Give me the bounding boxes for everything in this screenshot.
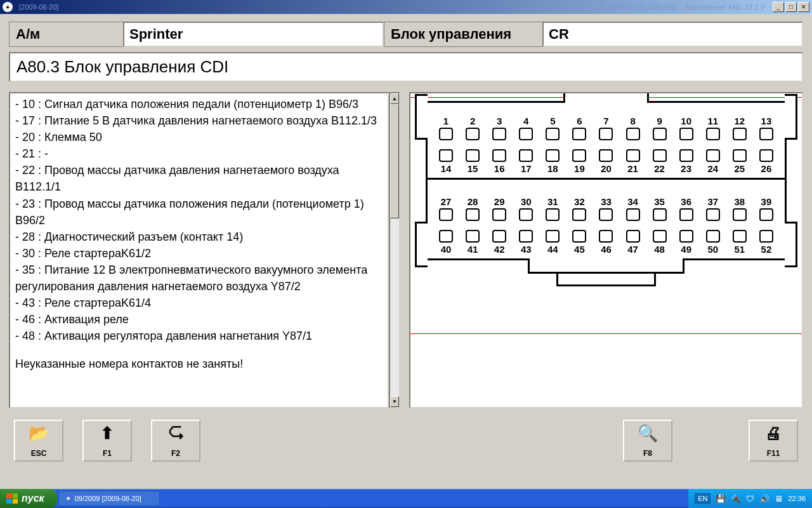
connector-pin: 2: [462, 116, 483, 140]
pin-list-item[interactable]: - 30 : Реле стартераK61/2: [15, 245, 383, 262]
fin-label: FIN : 9036221R143961000: [594, 3, 678, 11]
minimize-button[interactable]: _: [773, 2, 784, 12]
connector-pin: 26: [756, 149, 777, 174]
pin-list-item[interactable]: - 43 : Реле стартераK61/4: [15, 295, 383, 311]
connector-pin: 39: [756, 196, 777, 221]
scroll-track[interactable]: [390, 104, 399, 396]
window-titlebar: ✦ [2009-08-20] FIN : 9036221R143961000 Н…: [0, 0, 812, 14]
magnifier-icon: 🔍: [638, 425, 658, 441]
ecu-field[interactable]: CR: [542, 22, 803, 47]
windows-logo-icon: [6, 493, 18, 504]
tray-icon[interactable]: 💾: [716, 494, 726, 504]
tray-icon[interactable]: 🖥: [775, 494, 783, 504]
start-button[interactable]: пуск: [0, 489, 57, 508]
pin-list-item[interactable]: - 46 : Активация реле: [15, 311, 383, 328]
connector-pin: 45: [568, 230, 590, 255]
connector-pin: 3: [488, 116, 510, 140]
tray-icon[interactable]: 🛡: [746, 494, 754, 504]
connector-pin: 34: [622, 196, 644, 221]
pin-list-item[interactable]: - 28 : Диагностический разъем (контакт 1…: [15, 229, 383, 245]
connector-pin: 12: [729, 116, 750, 140]
connector-pin: 46: [595, 230, 617, 255]
scroll-down-button[interactable]: ▼: [390, 396, 399, 407]
pin-list-item[interactable]: - 48 : Активация регулятора давления наг…: [15, 328, 383, 344]
connector-pin: 41: [462, 230, 483, 255]
pin-list-item[interactable]: - 22 : Провод массы датчика давления наг…: [15, 162, 383, 195]
system-tray: EN 💾 🔌 🛡 🔊 🖥 22:36: [688, 489, 812, 508]
connector-pin: 1: [435, 116, 457, 140]
connector-pin: 25: [729, 149, 750, 174]
vehicle-field[interactable]: Sprinter: [123, 22, 384, 47]
connector-pin: 33: [595, 196, 617, 221]
close-button[interactable]: ✕: [798, 2, 809, 12]
button-bar: 📂 ESC ⬆ F1 ⮎ F2 🔍 F8 🖨 F11: [9, 417, 803, 464]
tray-icon[interactable]: 🔌: [731, 494, 741, 504]
scroll-up-button[interactable]: ▲: [390, 93, 399, 104]
scrollbar[interactable]: ▲ ▼: [389, 92, 400, 408]
voltage-label: Напряжение АКБ: 12.1 V: [685, 3, 765, 11]
exit-icon: 📂: [29, 425, 49, 441]
connector-pin: 18: [542, 149, 563, 174]
connector-pin: 4: [515, 116, 537, 140]
taskbar: пуск ✦ 09/2009 [2009-08-20] EN 💾 🔌 🛡 🔊 🖥…: [0, 489, 812, 508]
titlebar-date: [2009-08-20]: [19, 3, 58, 11]
connector-pin: 44: [542, 230, 563, 255]
connector-pin: 29: [488, 196, 510, 221]
connector-pin: 51: [729, 230, 750, 255]
connector-pin: 19: [568, 149, 590, 174]
connector-pin: 16: [488, 149, 510, 174]
connector-pin: 20: [595, 149, 617, 174]
language-indicator[interactable]: EN: [695, 493, 710, 504]
connector-pin: 5: [542, 116, 563, 140]
connector-diagram: 12345678910111213 1415161718192021222324…: [409, 92, 803, 408]
taskbar-item[interactable]: ✦ 09/2009 [2009-08-20]: [58, 491, 160, 506]
connector-pin: 36: [676, 196, 697, 221]
scroll-thumb[interactable]: [390, 104, 399, 218]
connector-pin: 40: [435, 230, 457, 255]
printer-icon: 🖨: [765, 425, 782, 441]
f1-button[interactable]: ⬆ F1: [82, 420, 132, 462]
vehicle-label: А/м: [9, 22, 123, 47]
clock[interactable]: 22:36: [788, 495, 806, 502]
connector-pin: 38: [729, 196, 750, 221]
connector-pin: 49: [676, 230, 697, 255]
tray-icon[interactable]: 🔊: [759, 494, 769, 504]
pin-list-item[interactable]: - 10 : Сигнал датчика положения педали (…: [15, 96, 383, 112]
connector-pin: 8: [622, 116, 644, 140]
f11-button[interactable]: 🖨 F11: [749, 420, 798, 462]
connector-pin: 14: [435, 149, 457, 174]
connector-pin: 7: [595, 116, 617, 140]
connector-pin: 21: [622, 149, 644, 174]
connector-pin: 10: [676, 116, 697, 140]
connector-pin: 9: [649, 116, 671, 140]
connector-pin: 32: [568, 196, 590, 221]
connector-pin: 48: [649, 230, 671, 255]
connector-pin: 50: [702, 230, 724, 255]
pin-list-item[interactable]: - 17 : Питание 5 В датчика давления нагн…: [15, 112, 383, 129]
connector-pin: 24: [702, 149, 724, 174]
esc-button[interactable]: 📂 ESC: [14, 420, 63, 462]
f8-button[interactable]: 🔍 F8: [623, 420, 672, 462]
pin-list-item[interactable]: - 35 : Питание 12 В электропневматическо…: [15, 262, 383, 295]
connector-pin: 47: [622, 230, 644, 255]
connector-pin: 6: [568, 116, 590, 140]
pin-list-item[interactable]: - 23 : Провод массы датчика положения пе…: [15, 196, 383, 229]
connector-pin: 52: [756, 230, 777, 255]
return-icon: ⮎: [167, 425, 184, 441]
pin-list-footer: Неуказанные номера контактов не заняты!: [15, 356, 383, 372]
connector-pin: 27: [435, 196, 457, 221]
connector-pin: 30: [515, 196, 537, 221]
pin-list-item[interactable]: - 20 : Клемма 50: [15, 129, 383, 145]
header-row: А/м Sprinter Блок управления CR: [9, 22, 803, 47]
ecu-label: Блок управления: [384, 22, 542, 47]
connector-pin: 15: [462, 149, 483, 174]
connector-pin: 13: [756, 116, 777, 140]
maximize-button[interactable]: □: [785, 2, 797, 12]
pin-list-item[interactable]: - 21 : -: [15, 145, 383, 162]
mercedes-logo-icon: ✦: [3, 2, 13, 12]
pin-list[interactable]: - 10 : Сигнал датчика положения педали (…: [9, 92, 389, 408]
connector-pin: 28: [462, 196, 483, 221]
f2-button[interactable]: ⮎ F2: [151, 420, 200, 462]
connector-pin: 23: [676, 149, 697, 174]
connector-pin: 37: [702, 196, 724, 221]
